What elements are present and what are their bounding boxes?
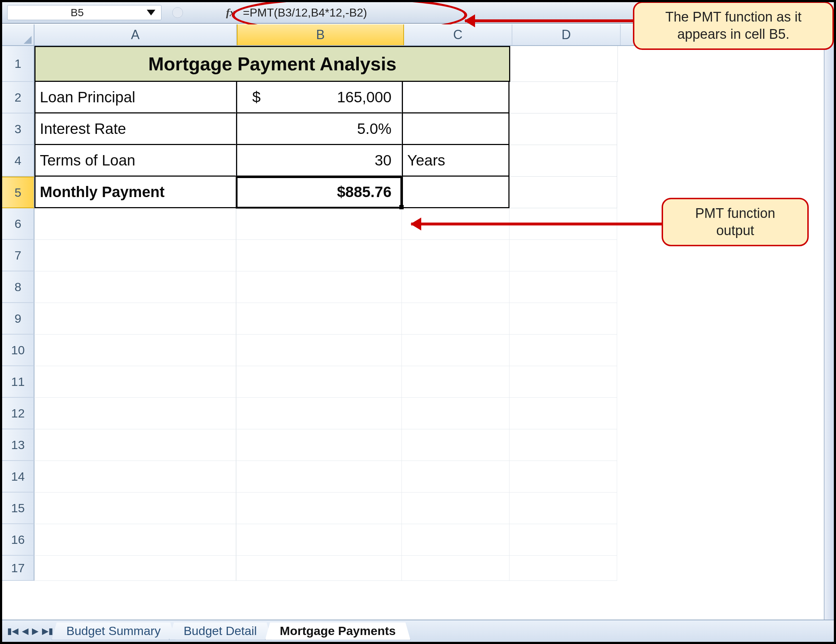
insert-function-icon[interactable]: fx [226, 7, 235, 19]
cell[interactable] [509, 303, 617, 335]
prev-sheet-icon[interactable]: ◀ [22, 627, 28, 635]
row-header[interactable]: 15 [2, 492, 34, 524]
title-cell[interactable]: Mortgage Payment Analysis [34, 46, 510, 82]
row-header[interactable]: 17 [2, 556, 34, 581]
sheet-tab-budget-detail[interactable]: Budget Detail [169, 623, 272, 640]
column-header-D[interactable]: D [513, 25, 621, 45]
cell-D1[interactable] [510, 46, 618, 82]
column-header-C[interactable]: C [404, 25, 513, 45]
next-sheet-icon[interactable]: ▶ [32, 627, 38, 635]
row-header[interactable]: 16 [2, 524, 34, 556]
cell[interactable] [236, 335, 402, 366]
cell[interactable] [236, 303, 402, 335]
sheet-tab-mortgage-payments[interactable]: Mortgage Payments [265, 623, 410, 640]
cell[interactable] [34, 556, 236, 581]
row-header[interactable]: 6 [2, 208, 34, 240]
cell-C5[interactable] [402, 177, 509, 208]
row-header[interactable]: 5 [2, 177, 34, 208]
cell-C3[interactable] [402, 113, 509, 145]
cell[interactable] [402, 303, 509, 335]
row-header[interactable]: 14 [2, 461, 34, 492]
cell[interactable] [236, 461, 402, 492]
cell[interactable] [34, 240, 236, 271]
cell-A2[interactable]: Loan Principal [34, 82, 236, 113]
cell-D3[interactable] [509, 113, 617, 145]
cell[interactable] [402, 398, 509, 429]
cell-D2[interactable] [509, 82, 617, 113]
name-box[interactable]: B5 [7, 5, 162, 20]
row-header[interactable]: 2 [2, 82, 34, 113]
cell[interactable] [236, 240, 402, 271]
row-header[interactable]: 10 [2, 335, 34, 366]
column-header-A[interactable]: A [34, 25, 237, 45]
sheet-tab-budget-summary[interactable]: Budget Summary [52, 623, 175, 640]
cell[interactable] [509, 335, 617, 366]
cell-B5-selected[interactable]: $885.76 [236, 177, 402, 208]
last-sheet-icon[interactable]: ▶▮ [42, 627, 53, 635]
chevron-down-icon[interactable] [147, 10, 155, 15]
column-header-B[interactable]: B [237, 25, 404, 45]
cell[interactable] [509, 398, 617, 429]
cell[interactable] [509, 366, 617, 398]
cell[interactable] [236, 492, 402, 524]
cell[interactable] [509, 429, 617, 461]
cell[interactable] [34, 271, 236, 303]
cell-B4[interactable]: 30 [236, 145, 402, 177]
cell[interactable] [402, 492, 509, 524]
cell[interactable] [509, 461, 617, 492]
cell[interactable] [34, 429, 236, 461]
cell[interactable] [34, 208, 236, 240]
cell[interactable] [34, 335, 236, 366]
row-header[interactable]: 3 [2, 113, 34, 145]
formula-input[interactable]: =PMT(B3/12,B4*12,-B2) [240, 5, 438, 20]
row-header[interactable]: 7 [2, 240, 34, 271]
row-header[interactable]: 4 [2, 145, 34, 177]
cell[interactable] [402, 366, 509, 398]
cell[interactable] [509, 271, 617, 303]
cell[interactable] [236, 429, 402, 461]
cell[interactable] [402, 556, 509, 581]
cell[interactable] [509, 240, 617, 271]
cell-D4[interactable] [509, 145, 617, 177]
cell[interactable] [34, 461, 236, 492]
cell[interactable] [509, 524, 617, 556]
select-all-corner[interactable] [2, 25, 34, 45]
cell[interactable] [402, 240, 509, 271]
cell-D5[interactable] [509, 177, 617, 208]
cell[interactable] [236, 398, 402, 429]
cell[interactable] [402, 271, 509, 303]
row-header[interactable]: 12 [2, 398, 34, 429]
cell[interactable] [236, 556, 402, 581]
cell[interactable] [509, 556, 617, 581]
cell[interactable] [509, 492, 617, 524]
cell[interactable] [236, 524, 402, 556]
spreadsheet-grid[interactable]: A B C D 1 Mortgage Payment Analysis 2 Lo… [2, 25, 834, 619]
cell-C4[interactable]: Years [402, 145, 509, 177]
cell-A5[interactable]: Monthly Payment [34, 177, 236, 208]
cell-A4[interactable]: Terms of Loan [34, 145, 236, 177]
cell-C2[interactable] [402, 82, 509, 113]
cell[interactable] [402, 208, 509, 240]
cell-A3[interactable]: Interest Rate [34, 113, 236, 145]
cell[interactable] [34, 524, 236, 556]
cell[interactable] [402, 461, 509, 492]
cell[interactable] [34, 303, 236, 335]
row-header[interactable]: 9 [2, 303, 34, 335]
first-sheet-icon[interactable]: ▮◀ [7, 627, 18, 635]
vertical-scrollbar[interactable] [824, 24, 834, 619]
cell[interactable] [402, 429, 509, 461]
cell-B2[interactable]: $ 165,000 [236, 82, 402, 113]
cell[interactable] [509, 208, 617, 240]
cell-B3[interactable]: 5.0% [236, 113, 402, 145]
cell[interactable] [34, 398, 236, 429]
row-header[interactable]: 1 [2, 46, 34, 82]
row-header[interactable]: 8 [2, 271, 34, 303]
cell[interactable] [34, 366, 236, 398]
row-header[interactable]: 11 [2, 366, 34, 398]
cell[interactable] [236, 366, 402, 398]
row-header[interactable]: 13 [2, 429, 34, 461]
cell[interactable] [34, 492, 236, 524]
cell[interactable] [236, 271, 402, 303]
cell[interactable] [402, 524, 509, 556]
cell[interactable] [236, 208, 402, 240]
